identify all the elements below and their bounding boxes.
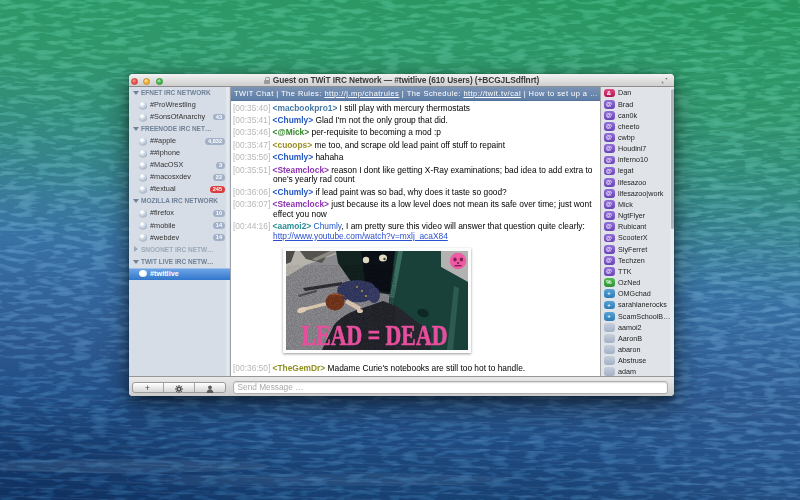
svg-text:LEAD = DEAD: LEAD = DEAD	[302, 319, 448, 352]
